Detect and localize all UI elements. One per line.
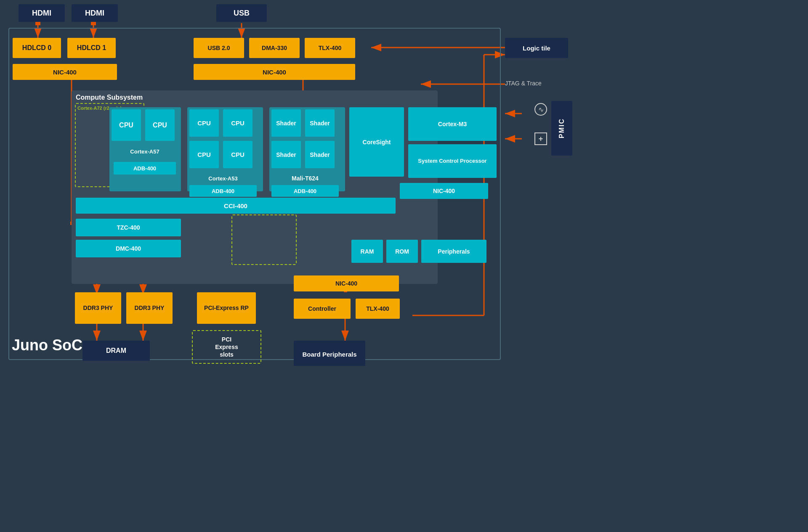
cortex-a57-label: Cortex-A57 — [114, 145, 176, 158]
controller-box: Controller — [294, 299, 351, 319]
coresight-box: CoreSight — [349, 107, 404, 177]
rom-box: ROM — [386, 240, 418, 263]
adb400-mali: ADB-400 — [271, 185, 339, 197]
hdmi2-box: HDMI — [72, 4, 118, 22]
cpu-a53-1: CPU — [189, 109, 219, 137]
pmic-box: PMIC — [551, 101, 572, 156]
ram-box: RAM — [351, 240, 383, 263]
battery-symbol: + — [534, 132, 547, 145]
tlx400-bottom-box: TLX-400 — [356, 299, 400, 319]
compute-subsystem: Compute Subsystem Cortex-A72 (r2 only) C… — [72, 90, 438, 284]
board-peripherals-box: Board Peripherals — [294, 341, 365, 366]
logic-tile-box: Logic tile — [505, 38, 568, 58]
hdmi1-box: HDMI — [19, 4, 65, 22]
compute-subsystem-label: Compute Subsystem — [76, 94, 442, 101]
cortex-m3-box: Cortex-M3 — [408, 107, 497, 141]
cortex-a57-group: CPU CPU Cortex-A57 ADB-400 — [109, 107, 181, 191]
svg-rect-30 — [35, 22, 40, 25]
cpu-a57-1: CPU — [112, 109, 141, 141]
cpu-a53-2: CPU — [223, 109, 252, 137]
shader-2: Shader — [305, 109, 335, 137]
nic400-bottom-box: NIC-400 — [294, 275, 399, 291]
juno-soc-label: Juno SoC — [12, 336, 82, 354]
cortex-a53-label: Cortex-A53 — [189, 172, 257, 184]
cpu-a57-2: CPU — [145, 109, 175, 141]
adb400-a57: ADB-400 — [114, 162, 176, 175]
oscillator-symbol: ∿ — [534, 103, 547, 116]
diagram-container: HDMI HDMI USB HDLCD 0 HDLCD 1 NIC-400 US… — [0, 0, 575, 366]
ddr3-phy1-box: DDR3 PHY — [75, 292, 121, 324]
mali-group: Shader Shader Shader Shader Mali-T624 AD… — [269, 107, 345, 191]
pci-dashed-inner — [231, 214, 297, 265]
mali-t624-label: Mali-T624 — [271, 172, 339, 184]
jtag-trace-label: JTAG & Trace — [505, 80, 542, 87]
pci-express-rp-box: PCI-Express RP — [197, 292, 256, 324]
dram-box: DRAM — [82, 341, 150, 361]
usb-top-box: USB — [216, 4, 267, 22]
cortex-a53-group: CPU CPU CPU CPU Cortex-A53 ADB-400 — [187, 107, 263, 191]
cci400-box: CCI-400 — [76, 198, 396, 214]
nic400-inner-box: NIC-400 — [400, 183, 488, 199]
pci-express-slots-dashed: PCI Express slots — [192, 330, 261, 364]
svg-rect-31 — [91, 22, 96, 25]
peripherals-box: Peripherals — [421, 240, 486, 263]
adb400-a53: ADB-400 — [189, 185, 257, 197]
pci-express-slots-label: PCI Express slots — [210, 336, 244, 359]
cpu-a53-4: CPU — [223, 141, 252, 168]
tzc400-box: TZC-400 — [76, 219, 181, 236]
ddr3-phy2-box: DDR3 PHY — [126, 292, 173, 324]
cpu-a53-3: CPU — [189, 141, 219, 168]
shader-4: Shader — [305, 141, 335, 168]
dmc400-box: DMC-400 — [76, 240, 181, 257]
system-control-processor-box: System Control Processor — [408, 144, 497, 178]
shader-3: Shader — [271, 141, 301, 168]
shader-1: Shader — [271, 109, 301, 137]
